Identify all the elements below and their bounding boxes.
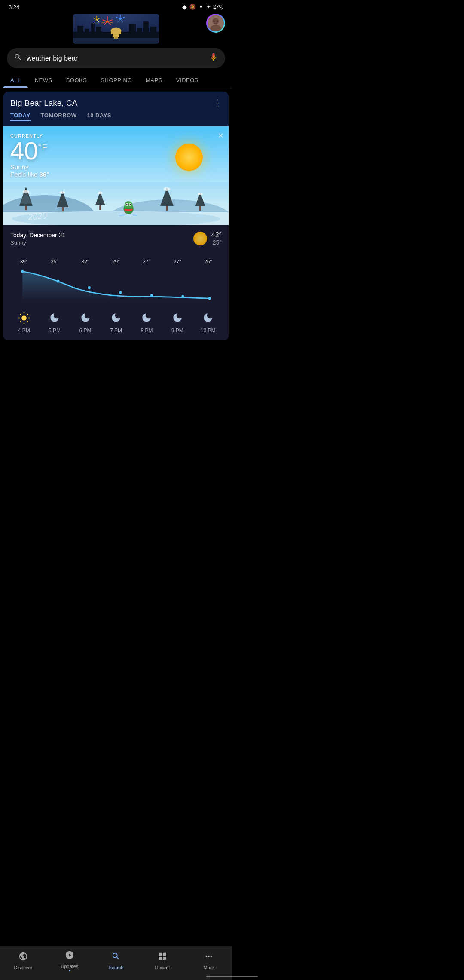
tab-all[interactable]: ALL xyxy=(3,73,28,88)
today-summary: Today, December 31 Sunny 42° 25° xyxy=(3,225,229,252)
temp-unit: °F xyxy=(38,142,48,153)
label-6pm: 6 PM xyxy=(70,328,101,334)
weather-illustration: CURRENTLY 40 °F Sunny Feels like 36° ✕ xyxy=(3,126,229,225)
today-temps: 42° 25° xyxy=(211,231,222,246)
svg-rect-9 xyxy=(150,27,156,38)
hour-icon-10pm xyxy=(193,312,223,324)
search-tabs: ALL NEWS BOOKS SHOPPING MAPS VIDEOS xyxy=(0,73,232,88)
weather-tab-today[interactable]: TODAY xyxy=(10,112,31,121)
hourly-chart: 39° 35° 32° 29° 27° 27° 26° xyxy=(3,252,229,340)
temp-8pm: 27° xyxy=(131,259,162,265)
today-date: Today, December 31 xyxy=(10,232,65,239)
search-bar[interactable]: weather big bear xyxy=(7,48,225,68)
svg-point-48 xyxy=(23,190,30,193)
today-condition: Sunny xyxy=(10,239,65,246)
temperature-line-chart xyxy=(7,266,225,305)
weather-card: Big Bear Lake, CA ⋮ TODAY TOMORROW 10 DA… xyxy=(3,92,229,340)
svg-rect-4 xyxy=(91,23,95,38)
svg-point-79 xyxy=(21,315,27,321)
profile-avatar[interactable] xyxy=(206,14,225,33)
svg-point-34 xyxy=(111,28,121,34)
wifi-icon: ▼ xyxy=(198,4,204,10)
status-bar: 3:24 ◆ 🔕 ▼ ✈ 27% xyxy=(0,0,232,12)
today-date-info: Today, December 31 Sunny xyxy=(10,232,65,246)
temp-4pm: 39° xyxy=(9,259,39,265)
label-8pm: 8 PM xyxy=(131,328,162,334)
temp-labels: 39° 35° 32° 29° 27° 27° 26° xyxy=(7,259,225,265)
voice-search-icon[interactable] xyxy=(209,52,218,64)
battery-indicator: 27% xyxy=(213,4,223,10)
weather-current-info: CURRENTLY 40 °F Sunny Feels like 36° xyxy=(10,133,49,178)
sun-illustration xyxy=(175,144,203,171)
svg-point-74 xyxy=(88,286,91,289)
search-icon xyxy=(14,53,22,64)
status-time: 3:24 xyxy=(9,4,19,10)
weather-more-button[interactable]: ⋮ xyxy=(212,98,222,109)
svg-rect-2 xyxy=(77,26,83,38)
temp-6pm: 32° xyxy=(70,259,101,265)
hour-icon-8pm xyxy=(131,312,162,324)
today-low-temp: 25° xyxy=(211,239,222,246)
label-10pm: 10 PM xyxy=(193,328,223,334)
avatar-image xyxy=(208,15,224,31)
svg-point-54 xyxy=(98,192,103,194)
svg-point-57 xyxy=(164,187,171,191)
weather-tab-10days[interactable]: 10 DAYS xyxy=(87,112,112,121)
svg-rect-3 xyxy=(85,29,89,38)
hour-icon-9pm xyxy=(162,312,192,324)
label-9pm: 9 PM xyxy=(162,328,192,334)
bluetooth-icon: ◆ xyxy=(182,3,187,10)
svg-point-51 xyxy=(60,191,66,194)
tab-maps[interactable]: MAPS xyxy=(139,73,169,88)
svg-text:2020: 2020 xyxy=(27,211,47,222)
weather-tabs: TODAY TOMORROW 10 DAYS xyxy=(3,112,229,126)
svg-rect-33 xyxy=(114,37,118,39)
weather-tab-tomorrow[interactable]: TOMORROW xyxy=(41,112,77,121)
svg-rect-10 xyxy=(73,38,159,44)
search-input[interactable]: weather big bear xyxy=(27,55,205,62)
feels-like: Feels like 36° xyxy=(10,171,49,178)
svg-point-65 xyxy=(126,204,128,205)
temp-9pm: 27° xyxy=(162,259,192,265)
svg-point-76 xyxy=(150,294,153,297)
tab-news[interactable]: NEWS xyxy=(28,73,59,88)
today-temp-info: 42° 25° xyxy=(193,231,222,246)
current-temperature: 40 xyxy=(10,138,38,163)
hour-icon-5pm xyxy=(40,312,70,324)
header xyxy=(0,12,232,44)
label-7pm: 7 PM xyxy=(101,328,131,334)
hour-labels: 4 PM 5 PM 6 PM 7 PM 8 PM 9 PM 10 PM xyxy=(7,328,225,337)
weather-card-header: Big Bear Lake, CA ⋮ xyxy=(3,92,229,112)
today-sun-icon xyxy=(193,232,207,245)
svg-point-77 xyxy=(181,295,184,298)
close-illustration-button[interactable]: ✕ xyxy=(218,132,223,140)
label-5pm: 5 PM xyxy=(40,328,70,334)
svg-point-66 xyxy=(130,204,131,205)
svg-rect-8 xyxy=(143,21,149,38)
svg-point-60 xyxy=(198,193,203,195)
svg-rect-7 xyxy=(137,28,142,38)
status-icons: ◆ 🔕 ▼ ✈ 27% xyxy=(182,3,223,10)
today-high-temp: 42° xyxy=(211,231,222,239)
svg-rect-6 xyxy=(129,24,136,38)
tab-shopping[interactable]: SHOPPING xyxy=(94,73,139,88)
search-bar-container: weather big bear xyxy=(0,44,232,73)
svg-point-78 xyxy=(208,297,211,300)
airplane-icon: ✈ xyxy=(206,4,211,10)
svg-point-39 xyxy=(217,20,218,22)
temp-10pm: 26° xyxy=(193,259,223,265)
weather-location: Big Bear Lake, CA xyxy=(10,98,77,108)
hourly-icons xyxy=(7,309,225,328)
tab-videos[interactable]: VIDEOS xyxy=(169,73,205,88)
svg-rect-68 xyxy=(124,209,132,211)
temp-7pm: 29° xyxy=(101,259,131,265)
svg-point-72 xyxy=(21,270,24,273)
hour-icon-4pm xyxy=(9,312,39,324)
mute-icon: 🔕 xyxy=(189,4,196,10)
svg-point-38 xyxy=(213,20,215,22)
temp-5pm: 35° xyxy=(40,259,70,265)
tab-books[interactable]: BOOKS xyxy=(59,73,94,88)
google-doodle[interactable] xyxy=(73,14,159,44)
svg-point-73 xyxy=(57,280,59,283)
hour-icon-6pm xyxy=(70,312,101,324)
